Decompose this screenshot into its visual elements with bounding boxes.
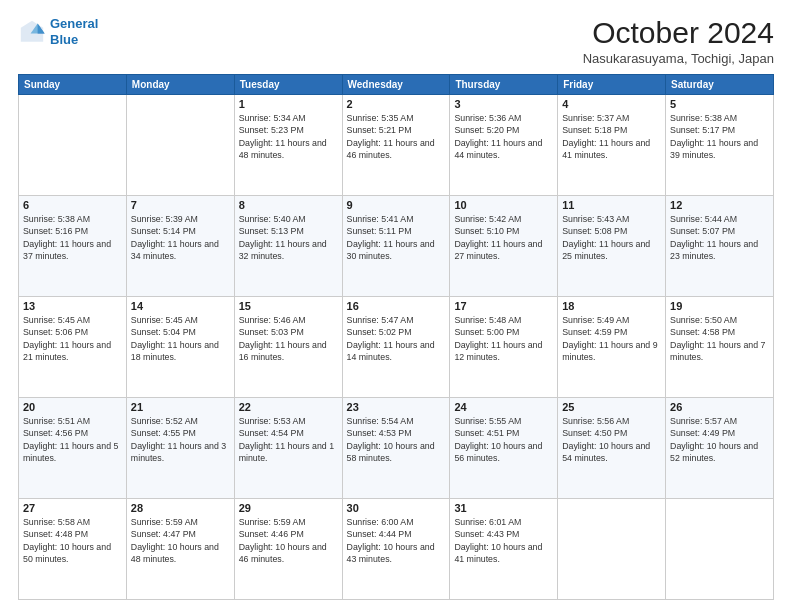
day-number: 29 xyxy=(239,502,338,514)
day-info: Sunrise: 6:00 AMSunset: 4:44 PMDaylight:… xyxy=(347,516,446,565)
calendar-header-thursday: Thursday xyxy=(450,75,558,95)
day-number: 16 xyxy=(347,300,446,312)
day-info: Sunrise: 5:57 AMSunset: 4:49 PMDaylight:… xyxy=(670,415,769,464)
calendar-cell-30: 30Sunrise: 6:00 AMSunset: 4:44 PMDayligh… xyxy=(342,499,450,600)
day-info: Sunrise: 5:38 AMSunset: 5:17 PMDaylight:… xyxy=(670,112,769,161)
calendar-cell-29: 29Sunrise: 5:59 AMSunset: 4:46 PMDayligh… xyxy=(234,499,342,600)
day-number: 12 xyxy=(670,199,769,211)
calendar-week-3: 13Sunrise: 5:45 AMSunset: 5:06 PMDayligh… xyxy=(19,297,774,398)
page: General Blue October 2024 Nasukarasuyama… xyxy=(0,0,792,612)
day-number: 3 xyxy=(454,98,553,110)
day-number: 21 xyxy=(131,401,230,413)
day-info: Sunrise: 5:49 AMSunset: 4:59 PMDaylight:… xyxy=(562,314,661,363)
day-number: 14 xyxy=(131,300,230,312)
calendar-cell-5: 5Sunrise: 5:38 AMSunset: 5:17 PMDaylight… xyxy=(666,95,774,196)
calendar-cell-19: 19Sunrise: 5:50 AMSunset: 4:58 PMDayligh… xyxy=(666,297,774,398)
day-info: Sunrise: 5:38 AMSunset: 5:16 PMDaylight:… xyxy=(23,213,122,262)
calendar-header-row: SundayMondayTuesdayWednesdayThursdayFrid… xyxy=(19,75,774,95)
calendar-cell-16: 16Sunrise: 5:47 AMSunset: 5:02 PMDayligh… xyxy=(342,297,450,398)
day-info: Sunrise: 5:55 AMSunset: 4:51 PMDaylight:… xyxy=(454,415,553,464)
calendar-cell-20: 20Sunrise: 5:51 AMSunset: 4:56 PMDayligh… xyxy=(19,398,127,499)
calendar-header-monday: Monday xyxy=(126,75,234,95)
day-number: 25 xyxy=(562,401,661,413)
calendar-header-tuesday: Tuesday xyxy=(234,75,342,95)
subtitle: Nasukarasuyama, Tochigi, Japan xyxy=(583,51,774,66)
calendar-cell-4: 4Sunrise: 5:37 AMSunset: 5:18 PMDaylight… xyxy=(558,95,666,196)
day-number: 20 xyxy=(23,401,122,413)
calendar-cell-13: 13Sunrise: 5:45 AMSunset: 5:06 PMDayligh… xyxy=(19,297,127,398)
day-number: 2 xyxy=(347,98,446,110)
calendar-week-4: 20Sunrise: 5:51 AMSunset: 4:56 PMDayligh… xyxy=(19,398,774,499)
calendar-cell-22: 22Sunrise: 5:53 AMSunset: 4:54 PMDayligh… xyxy=(234,398,342,499)
day-number: 31 xyxy=(454,502,553,514)
day-number: 23 xyxy=(347,401,446,413)
calendar-cell-empty xyxy=(666,499,774,600)
day-info: Sunrise: 5:59 AMSunset: 4:47 PMDaylight:… xyxy=(131,516,230,565)
day-info: Sunrise: 5:48 AMSunset: 5:00 PMDaylight:… xyxy=(454,314,553,363)
calendar-week-1: 1Sunrise: 5:34 AMSunset: 5:23 PMDaylight… xyxy=(19,95,774,196)
calendar-cell-7: 7Sunrise: 5:39 AMSunset: 5:14 PMDaylight… xyxy=(126,196,234,297)
calendar-cell-24: 24Sunrise: 5:55 AMSunset: 4:51 PMDayligh… xyxy=(450,398,558,499)
calendar-table: SundayMondayTuesdayWednesdayThursdayFrid… xyxy=(18,74,774,600)
calendar-cell-18: 18Sunrise: 5:49 AMSunset: 4:59 PMDayligh… xyxy=(558,297,666,398)
day-info: Sunrise: 5:36 AMSunset: 5:20 PMDaylight:… xyxy=(454,112,553,161)
day-number: 13 xyxy=(23,300,122,312)
day-info: Sunrise: 5:45 AMSunset: 5:04 PMDaylight:… xyxy=(131,314,230,363)
calendar-week-5: 27Sunrise: 5:58 AMSunset: 4:48 PMDayligh… xyxy=(19,499,774,600)
day-number: 19 xyxy=(670,300,769,312)
calendar-cell-21: 21Sunrise: 5:52 AMSunset: 4:55 PMDayligh… xyxy=(126,398,234,499)
day-number: 10 xyxy=(454,199,553,211)
day-info: Sunrise: 5:51 AMSunset: 4:56 PMDaylight:… xyxy=(23,415,122,464)
calendar-cell-8: 8Sunrise: 5:40 AMSunset: 5:13 PMDaylight… xyxy=(234,196,342,297)
calendar-cell-14: 14Sunrise: 5:45 AMSunset: 5:04 PMDayligh… xyxy=(126,297,234,398)
day-info: Sunrise: 5:35 AMSunset: 5:21 PMDaylight:… xyxy=(347,112,446,161)
day-info: Sunrise: 5:37 AMSunset: 5:18 PMDaylight:… xyxy=(562,112,661,161)
calendar-header-sunday: Sunday xyxy=(19,75,127,95)
day-info: Sunrise: 5:50 AMSunset: 4:58 PMDaylight:… xyxy=(670,314,769,363)
day-info: Sunrise: 5:53 AMSunset: 4:54 PMDaylight:… xyxy=(239,415,338,464)
logo-icon xyxy=(18,18,46,46)
day-info: Sunrise: 5:59 AMSunset: 4:46 PMDaylight:… xyxy=(239,516,338,565)
calendar-cell-10: 10Sunrise: 5:42 AMSunset: 5:10 PMDayligh… xyxy=(450,196,558,297)
calendar-cell-11: 11Sunrise: 5:43 AMSunset: 5:08 PMDayligh… xyxy=(558,196,666,297)
day-number: 26 xyxy=(670,401,769,413)
calendar-cell-31: 31Sunrise: 6:01 AMSunset: 4:43 PMDayligh… xyxy=(450,499,558,600)
calendar-cell-15: 15Sunrise: 5:46 AMSunset: 5:03 PMDayligh… xyxy=(234,297,342,398)
calendar-cell-2: 2Sunrise: 5:35 AMSunset: 5:21 PMDaylight… xyxy=(342,95,450,196)
day-info: Sunrise: 5:42 AMSunset: 5:10 PMDaylight:… xyxy=(454,213,553,262)
calendar-header-friday: Friday xyxy=(558,75,666,95)
calendar-cell-26: 26Sunrise: 5:57 AMSunset: 4:49 PMDayligh… xyxy=(666,398,774,499)
day-info: Sunrise: 5:34 AMSunset: 5:23 PMDaylight:… xyxy=(239,112,338,161)
day-number: 17 xyxy=(454,300,553,312)
calendar-cell-23: 23Sunrise: 5:54 AMSunset: 4:53 PMDayligh… xyxy=(342,398,450,499)
day-number: 9 xyxy=(347,199,446,211)
day-info: Sunrise: 5:58 AMSunset: 4:48 PMDaylight:… xyxy=(23,516,122,565)
day-info: Sunrise: 5:56 AMSunset: 4:50 PMDaylight:… xyxy=(562,415,661,464)
calendar-cell-27: 27Sunrise: 5:58 AMSunset: 4:48 PMDayligh… xyxy=(19,499,127,600)
day-number: 7 xyxy=(131,199,230,211)
day-number: 6 xyxy=(23,199,122,211)
calendar-cell-empty xyxy=(558,499,666,600)
day-info: Sunrise: 6:01 AMSunset: 4:43 PMDaylight:… xyxy=(454,516,553,565)
calendar-cell-28: 28Sunrise: 5:59 AMSunset: 4:47 PMDayligh… xyxy=(126,499,234,600)
logo: General Blue xyxy=(18,16,98,47)
day-number: 30 xyxy=(347,502,446,514)
calendar-cell-1: 1Sunrise: 5:34 AMSunset: 5:23 PMDaylight… xyxy=(234,95,342,196)
calendar-week-2: 6Sunrise: 5:38 AMSunset: 5:16 PMDaylight… xyxy=(19,196,774,297)
day-info: Sunrise: 5:47 AMSunset: 5:02 PMDaylight:… xyxy=(347,314,446,363)
day-info: Sunrise: 5:52 AMSunset: 4:55 PMDaylight:… xyxy=(131,415,230,464)
day-number: 22 xyxy=(239,401,338,413)
day-number: 5 xyxy=(670,98,769,110)
calendar-cell-17: 17Sunrise: 5:48 AMSunset: 5:00 PMDayligh… xyxy=(450,297,558,398)
day-number: 15 xyxy=(239,300,338,312)
title-block: October 2024 Nasukarasuyama, Tochigi, Ja… xyxy=(583,16,774,66)
calendar-cell-empty xyxy=(19,95,127,196)
day-info: Sunrise: 5:46 AMSunset: 5:03 PMDaylight:… xyxy=(239,314,338,363)
day-info: Sunrise: 5:41 AMSunset: 5:11 PMDaylight:… xyxy=(347,213,446,262)
calendar-cell-6: 6Sunrise: 5:38 AMSunset: 5:16 PMDaylight… xyxy=(19,196,127,297)
calendar-cell-9: 9Sunrise: 5:41 AMSunset: 5:11 PMDaylight… xyxy=(342,196,450,297)
day-number: 27 xyxy=(23,502,122,514)
day-info: Sunrise: 5:45 AMSunset: 5:06 PMDaylight:… xyxy=(23,314,122,363)
day-number: 8 xyxy=(239,199,338,211)
header: General Blue October 2024 Nasukarasuyama… xyxy=(18,16,774,66)
